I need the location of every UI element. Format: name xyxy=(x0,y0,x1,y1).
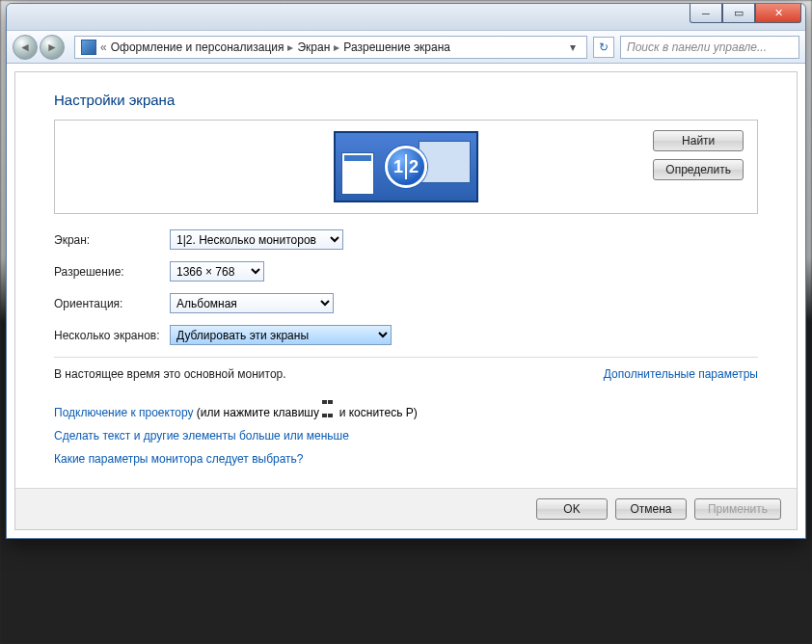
content-frame: Настройки экрана 1 2 Найти Определить xyxy=(14,71,798,530)
monitor-number-1: 1 xyxy=(393,157,403,177)
connect-projector-link[interactable]: Подключение к проектору xyxy=(54,406,194,419)
maximize-button[interactable]: ▭ xyxy=(722,4,755,23)
text-size-link[interactable]: Сделать текст и другие элементы больше и… xyxy=(54,429,349,443)
titlebar: ─ ▭ ✕ xyxy=(7,4,805,31)
breadcrumb-separator-icon: ▸ xyxy=(287,40,293,54)
nav-back-forward: ◄ ► xyxy=(13,35,68,60)
monitor-1-thumb xyxy=(341,152,374,195)
divider xyxy=(54,357,758,358)
resolution-select[interactable]: 1366 × 768 xyxy=(170,261,264,282)
nav-back-button[interactable]: ◄ xyxy=(13,35,38,60)
nav-forward-button[interactable]: ► xyxy=(40,35,65,60)
orientation-select[interactable]: Альбомная xyxy=(170,293,334,313)
settings-form: Экран: 1|2. Несколько мониторов Разрешен… xyxy=(54,229,758,345)
projector-hint-b: и коснитесь P) xyxy=(339,406,418,419)
breadcrumb-item[interactable]: Оформление и персонализация xyxy=(111,40,284,54)
advanced-settings-link[interactable]: Дополнительные параметры xyxy=(604,367,758,381)
display-select[interactable]: 1|2. Несколько мониторов xyxy=(170,229,343,250)
content: Настройки экрана 1 2 Найти Определить xyxy=(15,72,797,488)
minimize-button[interactable]: ─ xyxy=(690,4,722,23)
control-panel-window: ─ ▭ ✕ ◄ ► « Оформление и персонализация … xyxy=(6,3,806,539)
breadcrumb-item[interactable]: Разрешение экрана xyxy=(343,40,450,54)
search-input[interactable]: Поиск в панели управле... xyxy=(620,36,799,59)
display-preview-box: 1 2 Найти Определить xyxy=(54,120,758,214)
display-label: Экран: xyxy=(54,233,170,247)
projector-hint-a: (или нажмите клавишу xyxy=(197,406,323,419)
windows-key-icon xyxy=(322,394,336,406)
address-dropdown-icon[interactable]: ▾ xyxy=(565,40,581,54)
ok-button[interactable]: OK xyxy=(536,498,608,520)
detect-button[interactable]: Найти xyxy=(653,130,744,151)
help-link[interactable]: Какие параметры монитора следует выбрать… xyxy=(54,452,304,466)
resolution-label: Разрешение: xyxy=(54,265,170,279)
dialog-footer: OK Отмена Применить xyxy=(15,488,797,529)
navigation-bar: ◄ ► « Оформление и персонализация ▸ Экра… xyxy=(7,31,805,64)
monitor-number-badge: 1 2 xyxy=(385,146,427,188)
primary-monitor-status: В настоящее время это основной монитор. xyxy=(54,367,286,381)
control-panel-icon xyxy=(81,40,96,55)
breadcrumb-separator-icon: ▸ xyxy=(334,40,339,54)
multiple-displays-select[interactable]: Дублировать эти экраны xyxy=(170,325,392,345)
identify-button[interactable]: Определить xyxy=(653,159,744,180)
breadcrumb-item[interactable]: Экран xyxy=(297,40,330,54)
monitor-preview[interactable]: 1 2 xyxy=(334,131,478,202)
address-breadcrumbs[interactable]: « Оформление и персонализация ▸ Экран ▸ … xyxy=(74,36,587,59)
page-title: Настройки экрана xyxy=(54,92,758,108)
multi-display-label: Несколько экранов: xyxy=(54,329,170,342)
close-button[interactable]: ✕ xyxy=(755,4,801,23)
breadcrumb-prefix: « xyxy=(100,40,107,54)
cancel-button[interactable]: Отмена xyxy=(615,498,687,520)
refresh-button[interactable]: ↻ xyxy=(593,37,614,58)
apply-button[interactable]: Применить xyxy=(694,498,781,520)
orientation-label: Ориентация: xyxy=(54,297,170,310)
monitor-number-2: 2 xyxy=(409,157,419,177)
